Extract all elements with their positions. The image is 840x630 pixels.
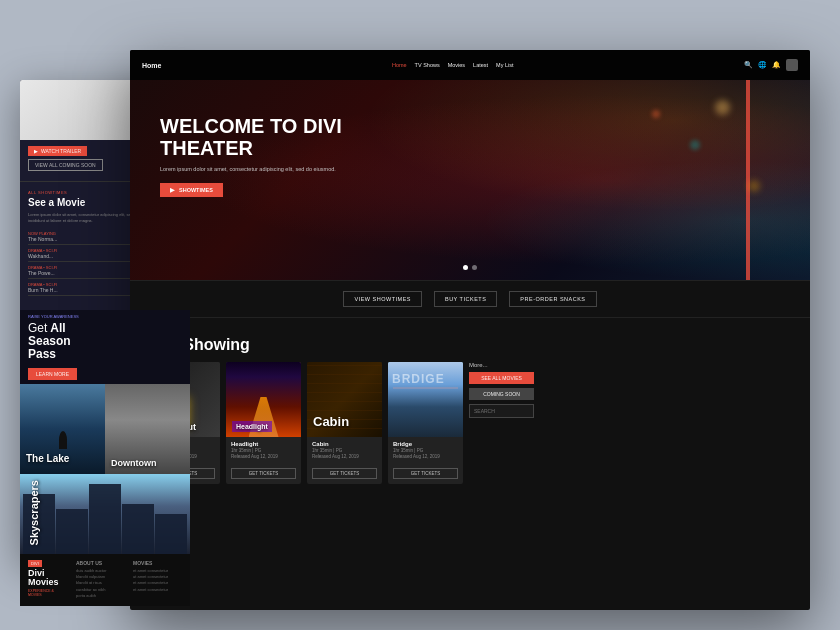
bokeh-light-2 (690, 140, 700, 150)
bokeh-light-4 (748, 180, 760, 192)
movie-name: Headlight (231, 441, 296, 447)
bell-icon[interactable]: 🔔 (772, 61, 781, 69)
bridge-structure (393, 387, 458, 417)
movie-card-bridge: BRDIGE Bridge 1hr 35min | PG Released Au… (388, 362, 463, 484)
bokeh-light-3 (652, 110, 660, 118)
movie-info-cabin: Cabin 1hr 35min | PG Released Aug 12, 20… (307, 437, 382, 484)
search-icon[interactable]: 🔍 (744, 61, 753, 69)
movies-row: Lights Out Lights Out 1hr 35min | PG Rel… (145, 362, 795, 484)
building-4 (122, 504, 154, 554)
watch-trailer-button[interactable]: ▶ WATCH TRAILER (28, 146, 87, 156)
movie-overlay-title-headlight: Headlight (232, 421, 272, 432)
nav-link-movies[interactable]: Movies (448, 62, 465, 68)
movie-overlay-title-cabin: Cabin (313, 414, 349, 429)
footer-about-col: ABOUT US duis auibh auctor blandit vulpu… (76, 560, 125, 600)
hero-dots (463, 265, 477, 270)
get-tickets-button-cabin[interactable]: GET TICKETS (312, 468, 377, 479)
get-tickets-button-headlight[interactable]: GET TICKETS (231, 468, 296, 479)
more-column: More... SEE ALL MOVIES COMING SOON (469, 362, 534, 418)
footer-brand: DIVI DiviMovies EXPERIENCE & MOVIES (28, 560, 68, 600)
avatar[interactable] (786, 59, 798, 71)
movie-thumb-headlight: Headlight (226, 362, 301, 437)
featured-section: FEATURED Now Showing Lights Out Lights O… (130, 318, 810, 494)
learn-more-button[interactable]: LEARN MORE (28, 368, 77, 380)
nav-link-latest[interactable]: Latest (473, 62, 488, 68)
navigation: Home Home TV Shows Movies Latest My List… (130, 50, 810, 80)
footer-brand-label: DIVI (28, 560, 42, 567)
nav-links: Home TV Shows Movies Latest My List (392, 62, 514, 68)
showtimes-button[interactable]: ▶ SHOWTIMES (160, 183, 223, 197)
movie-info-bridge: Bridge 1hr 35min | PG Released Aug 12, 2… (388, 437, 463, 484)
poster-skyscrapers: Skyscrapers (20, 474, 190, 554)
left-panel-lower: RAISE YOUR AWARENESS Get AllSeasonPass L… (20, 310, 190, 606)
movie-info-headlight: Headlight 1hr 35min | PG Released Aug 12… (226, 437, 301, 484)
movie-name: Bridge (393, 441, 458, 447)
nav-link-tvshows[interactable]: TV Shows (415, 62, 440, 68)
see-all-movies-button[interactable]: SEE ALL MOVIES (469, 372, 534, 384)
bokeh-light-1 (715, 100, 730, 115)
poster-row: The Lake Downtown (20, 384, 190, 474)
poster-downtown: Downtown (105, 384, 190, 474)
poster-the-lake: The Lake (20, 384, 105, 474)
footer-movies-col: MOVIES et amet consectetur ut amet conse… (133, 560, 182, 600)
movie-meta: 1hr 35min | PG Released Aug 12, 2019 (393, 448, 458, 461)
hero-accent-bar (746, 80, 750, 280)
hero-content: WELCOME TO DIVITHEATER Lorem ipsum dolor… (130, 80, 410, 197)
search-input[interactable] (469, 404, 534, 418)
footer-brand-title: DiviMovies (28, 569, 68, 587)
footer-brand-sub: EXPERIENCE & MOVIES (28, 589, 68, 597)
preorder-snacks-button[interactable]: PRE-ORDER SNACKS (509, 291, 596, 307)
season-pass-section: RAISE YOUR AWARENESS Get AllSeasonPass L… (20, 310, 190, 384)
nav-link-home[interactable]: Home (392, 62, 407, 68)
main-website: Home Home TV Shows Movies Latest My List… (130, 50, 810, 610)
skyline-decoration (20, 484, 190, 554)
figure-decoration (59, 431, 67, 449)
brdige-text: BRDIGE (392, 372, 445, 386)
get-tickets-button-bridge[interactable]: GET TICKETS (393, 468, 458, 479)
hero-title: WELCOME TO DIVITHEATER (160, 115, 390, 159)
footer: DIVI DiviMovies EXPERIENCE & MOVIES ABOU… (20, 554, 190, 606)
nav-icons: 🔍 🌐 🔔 (744, 59, 798, 71)
movie-card-cabin: Cabin Cabin 1hr 35min | PG Released Aug … (307, 362, 382, 484)
hero-dot-2[interactable] (472, 265, 477, 270)
movie-meta: 1hr 35min | PG Released Aug 12, 2019 (231, 448, 296, 461)
more-label: More... (469, 362, 534, 368)
buy-tickets-button[interactable]: BUY TICKETS (434, 291, 497, 307)
action-buttons-row: VIEW SHOWTIMES BUY TICKETS PRE-ORDER SNA… (130, 280, 810, 318)
view-all-button[interactable]: VIEW ALL COMING SOON (28, 159, 103, 171)
movie-thumb-cabin: Cabin (307, 362, 382, 437)
play-icon: ▶ (34, 148, 38, 154)
poster-title-lake: The Lake (26, 453, 69, 464)
nav-link-mylist[interactable]: My List (496, 62, 513, 68)
coming-soon-button[interactable]: COMING SOON (469, 388, 534, 400)
globe-icon[interactable]: 🌐 (758, 61, 767, 69)
building-5 (155, 514, 187, 554)
play-icon: ▶ (170, 187, 175, 193)
view-showtimes-button[interactable]: VIEW SHOWTIMES (343, 291, 422, 307)
hero-subtitle: Lorem ipsum dolor sit amet, consectetur … (160, 165, 390, 173)
building-2 (56, 509, 88, 554)
featured-label: FEATURED (145, 328, 795, 334)
building-3 (89, 484, 121, 554)
movie-card-headlight: Headlight Headlight 1hr 35min | PG Relea… (226, 362, 301, 484)
now-showing-title: Now Showing (145, 336, 795, 354)
nav-logo: Home (142, 62, 161, 69)
movie-meta: 1hr 35min | PG Released Aug 12, 2019 (312, 448, 377, 461)
awareness-label: RAISE YOUR AWARENESS (28, 314, 182, 319)
get-all-title: Get AllSeasonPass (28, 322, 182, 362)
poster-title-skyscrapers: Skyscrapers (28, 480, 40, 545)
hero-dot-1[interactable] (463, 265, 468, 270)
hero-section: WELCOME TO DIVITHEATER Lorem ipsum dolor… (130, 80, 810, 280)
movie-thumb-bridge: BRDIGE (388, 362, 463, 437)
poster-title-downtown: Downtown (111, 458, 157, 468)
movie-name: Cabin (312, 441, 377, 447)
